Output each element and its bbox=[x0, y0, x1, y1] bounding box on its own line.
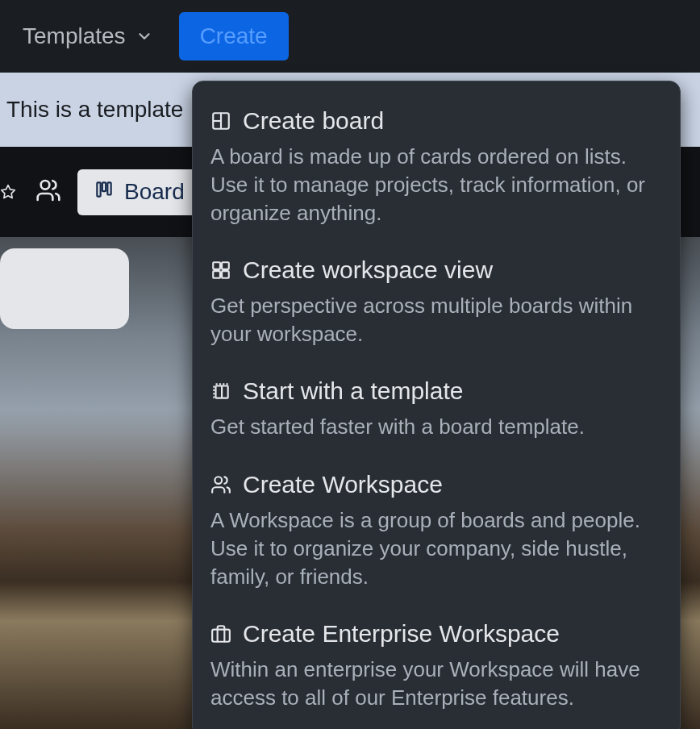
menu-item-description: A board is made up of cards ordered on l… bbox=[210, 143, 662, 227]
create-button[interactable]: Create bbox=[179, 12, 289, 60]
people-icon bbox=[210, 474, 231, 495]
menu-item-description: Within an enterprise your Workspace will… bbox=[210, 656, 662, 712]
svg-rect-9 bbox=[222, 263, 229, 270]
board-icon bbox=[210, 110, 231, 131]
board-view-tab[interactable]: Board bbox=[77, 169, 201, 215]
template-banner-text: This is a template bbox=[6, 97, 183, 123]
start-template-option[interactable]: Start with a template Get started faster… bbox=[210, 364, 662, 457]
top-nav-bar: Templates Create bbox=[0, 0, 700, 73]
create-enterprise-workspace-option[interactable]: Create Enterprise Workspace Within an en… bbox=[210, 607, 662, 719]
svg-rect-3 bbox=[102, 182, 106, 191]
menu-item-title: Start with a template bbox=[243, 377, 463, 405]
menu-item-description: Get perspective across multiple boards w… bbox=[210, 292, 662, 348]
svg-rect-4 bbox=[107, 182, 110, 194]
svg-rect-8 bbox=[213, 263, 220, 270]
star-icon[interactable] bbox=[0, 181, 16, 203]
create-button-label: Create bbox=[200, 23, 268, 48]
board-icon bbox=[94, 179, 115, 206]
people-icon[interactable] bbox=[35, 177, 61, 206]
list-placeholder[interactable] bbox=[0, 248, 129, 329]
briefcase-icon bbox=[210, 623, 231, 644]
menu-item-description: Get started faster with a board template… bbox=[210, 413, 662, 441]
toolbar-icons bbox=[0, 177, 61, 206]
svg-point-1 bbox=[41, 181, 50, 190]
svg-rect-15 bbox=[212, 629, 230, 641]
templates-dropdown-button[interactable]: Templates bbox=[13, 17, 163, 56]
board-tab-label: Board bbox=[124, 179, 185, 205]
create-workspace-option[interactable]: Create Workspace A Workspace is a group … bbox=[210, 458, 662, 607]
svg-rect-2 bbox=[97, 182, 100, 196]
svg-point-14 bbox=[215, 477, 222, 484]
menu-item-title: Create Enterprise Workspace bbox=[243, 620, 560, 648]
create-workspace-view-option[interactable]: Create workspace view Get perspective ac… bbox=[210, 244, 662, 364]
svg-rect-11 bbox=[222, 271, 229, 278]
menu-item-description: A Workspace is a group of boards and peo… bbox=[210, 506, 662, 591]
svg-marker-0 bbox=[2, 185, 15, 198]
svg-rect-10 bbox=[213, 271, 220, 278]
create-menu: Create board A board is made up of cards… bbox=[192, 81, 681, 729]
grid-icon bbox=[210, 260, 231, 281]
chevron-down-icon bbox=[135, 27, 153, 45]
menu-item-title: Create Workspace bbox=[243, 471, 443, 498]
template-icon bbox=[210, 381, 231, 402]
menu-item-title: Create board bbox=[243, 107, 384, 135]
menu-item-title: Create workspace view bbox=[243, 256, 493, 284]
templates-label: Templates bbox=[23, 23, 126, 49]
create-board-option[interactable]: Create board A board is made up of cards… bbox=[210, 98, 662, 244]
